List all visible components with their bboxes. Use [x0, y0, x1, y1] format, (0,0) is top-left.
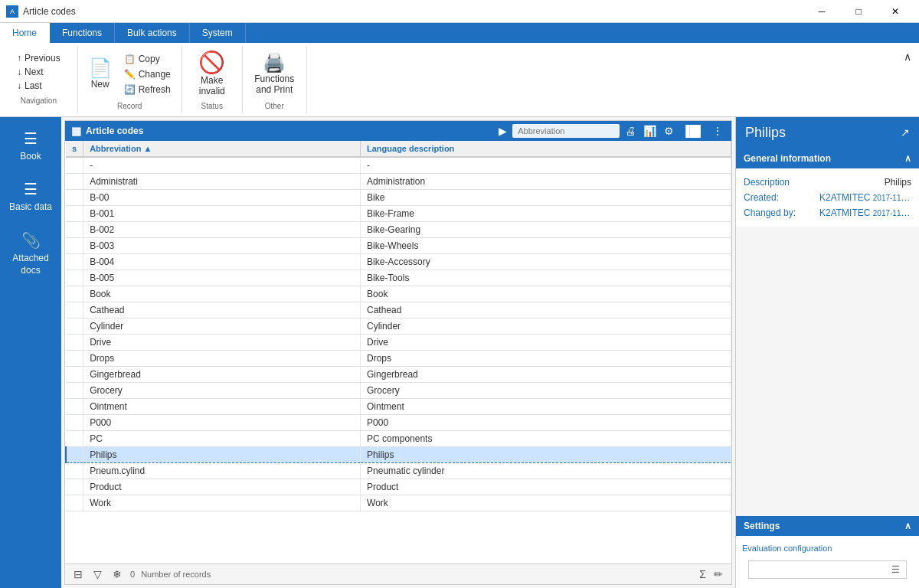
- invalid-icon: 🚫: [198, 52, 225, 74]
- split-view-button[interactable]: ⊟: [71, 567, 85, 581]
- table-row[interactable]: B-004 Bike-Accessory: [66, 253, 731, 270]
- cell-abbreviation: Gingerbread: [83, 366, 361, 382]
- sidebar-item-book[interactable]: ☰ Book: [5, 123, 57, 168]
- collapse-general-icon: ∧: [904, 153, 911, 164]
- refresh-button[interactable]: 🔄 Refresh: [119, 83, 175, 96]
- barcode-button[interactable]: ▐█▌: [679, 124, 707, 138]
- table-row[interactable]: Work Work: [66, 495, 731, 511]
- collapse-ribbon-button[interactable]: ∧: [899, 49, 916, 64]
- tab-functions[interactable]: Functions: [50, 23, 115, 43]
- cell-description: Bike-Frame: [361, 205, 731, 221]
- table-row[interactable]: Philips Philips: [66, 446, 731, 462]
- cell-abbreviation: B-002: [83, 221, 361, 237]
- right-panel: Philips ↗ General information ∧ Descript…: [735, 117, 919, 588]
- tab-home[interactable]: Home: [0, 23, 50, 43]
- cell-s: [66, 302, 83, 318]
- ribbon-collapse: ∧: [896, 46, 919, 113]
- col-header-s: s: [66, 141, 83, 157]
- table-row[interactable]: P000 P000: [66, 414, 731, 430]
- maximize-button[interactable]: □: [841, 0, 876, 23]
- table-row[interactable]: B-003 Bike-Wheels: [66, 237, 731, 253]
- filter-button[interactable]: ▽: [91, 567, 104, 581]
- edit-button[interactable]: ✏: [711, 567, 725, 581]
- table-row[interactable]: Cathead Cathead: [66, 302, 731, 318]
- close-button[interactable]: ✕: [878, 0, 913, 23]
- more-button[interactable]: ⋮: [710, 124, 725, 138]
- table-header-row: s Abbreviation ▲ Language description: [66, 141, 731, 157]
- new-button[interactable]: 📄 New: [84, 56, 116, 93]
- cell-description: Grocery: [361, 382, 731, 398]
- record-group-label: Record: [117, 102, 142, 110]
- left-sidebar: ☰ Book ☰ Basic data 📎 Attached docs: [0, 117, 61, 588]
- last-button[interactable]: ↓ Last: [12, 80, 65, 92]
- cell-description: Cathead: [361, 302, 731, 318]
- table-row[interactable]: Book Book: [66, 286, 731, 302]
- cell-description: P000: [361, 414, 731, 430]
- cell-s: [66, 382, 83, 398]
- settings-section-header[interactable]: Settings ∧: [736, 516, 919, 536]
- main-area: ☰ Book ☰ Basic data 📎 Attached docs ▦ Ar…: [0, 117, 919, 588]
- table-row[interactable]: Gingerbread Gingerbread: [66, 366, 731, 382]
- nav-arrow-button[interactable]: ▶: [496, 124, 509, 138]
- table-row[interactable]: B-005 Bike-Tools: [66, 270, 731, 286]
- tab-system[interactable]: System: [190, 23, 246, 43]
- table-row[interactable]: PC PC components: [66, 430, 731, 446]
- sidebar-item-attached-docs[interactable]: 📎 Attached docs: [5, 225, 57, 283]
- external-link-icon[interactable]: ↗: [901, 126, 910, 139]
- cell-description: Bike: [361, 189, 731, 205]
- table-wrapper: s Abbreviation ▲ Language description - …: [65, 141, 731, 564]
- functions-print-button[interactable]: 🖨️ Functions and Print: [249, 51, 300, 99]
- table-row[interactable]: Product Product: [66, 479, 731, 495]
- print-table-button[interactable]: 🖨: [623, 124, 638, 138]
- table-row[interactable]: B-00 Bike: [66, 189, 731, 205]
- sigma-button[interactable]: Σ: [697, 567, 708, 581]
- cell-abbreviation: Philips: [83, 446, 361, 462]
- sidebar-item-basic-data[interactable]: ☰ Basic data: [5, 174, 57, 220]
- general-info-section-header[interactable]: General information ∧: [736, 149, 919, 168]
- changed-by-row: Changed by: K2ATMITEC 2017-11-14 1...: [744, 205, 911, 220]
- cell-s: [66, 270, 83, 286]
- abbreviation-search[interactable]: [512, 124, 620, 138]
- cell-s: [66, 495, 83, 511]
- tab-bulk-actions[interactable]: Bulk actions: [115, 23, 190, 43]
- table-row[interactable]: Pneum.cylind Pneumatic cylinder: [66, 462, 731, 479]
- table-row[interactable]: B-002 Bike-Gearing: [66, 221, 731, 237]
- cell-abbreviation: Pneum.cylind: [83, 462, 361, 479]
- record-buttons: 📄 New 📋 Copy ✏️ Change 🔄: [84, 49, 175, 100]
- table-row[interactable]: Cylinder Cylinder: [66, 318, 731, 334]
- status-group: 🚫 Make invalid Status: [182, 46, 243, 113]
- cell-description: Gingerbread: [361, 366, 731, 382]
- previous-button[interactable]: ↑ Previous: [12, 52, 65, 64]
- make-invalid-button[interactable]: 🚫 Make invalid: [188, 49, 236, 100]
- table-row[interactable]: B-001 Bike-Frame: [66, 205, 731, 221]
- cell-s: [66, 189, 83, 205]
- description-row: Description Philips: [744, 175, 911, 190]
- table-row[interactable]: Grocery Grocery: [66, 382, 731, 398]
- chart-button[interactable]: 📊: [641, 124, 659, 138]
- table-row[interactable]: Ointment Ointment: [66, 398, 731, 414]
- cell-abbreviation: Work: [83, 495, 361, 511]
- record-secondary-buttons: 📋 Copy ✏️ Change 🔄 Refresh: [119, 52, 175, 96]
- settings-table-button[interactable]: ⚙: [662, 124, 676, 138]
- cell-description: Drops: [361, 350, 731, 366]
- table-row[interactable]: Drive Drive: [66, 334, 731, 350]
- cell-description: Administration: [361, 173, 731, 189]
- cell-description: Bike-Accessory: [361, 253, 731, 270]
- copy-button[interactable]: 📋 Copy: [119, 52, 175, 66]
- table-row[interactable]: - -: [66, 157, 731, 174]
- cell-s: [66, 446, 83, 462]
- up-arrow-icon: ↑: [17, 53, 21, 64]
- next-button[interactable]: ↓ Next: [12, 66, 65, 78]
- change-button[interactable]: ✏️ Change: [119, 67, 175, 81]
- record-group: 📄 New 📋 Copy ✏️ Change 🔄: [78, 46, 182, 113]
- cell-description: Pneumatic cylinder: [361, 462, 731, 479]
- minimize-button[interactable]: ─: [804, 0, 839, 23]
- table-row[interactable]: Drops Drops: [66, 350, 731, 366]
- cell-s: [66, 253, 83, 270]
- col-header-abbreviation[interactable]: Abbreviation ▲: [83, 141, 361, 157]
- eval-config-input[interactable]: ☰: [748, 560, 907, 579]
- status-buttons: 🚫 Make invalid: [188, 49, 236, 100]
- cell-description: Work: [361, 495, 731, 511]
- table-row[interactable]: Administrati Administration: [66, 173, 731, 189]
- snowflake-button[interactable]: ❄: [110, 567, 124, 581]
